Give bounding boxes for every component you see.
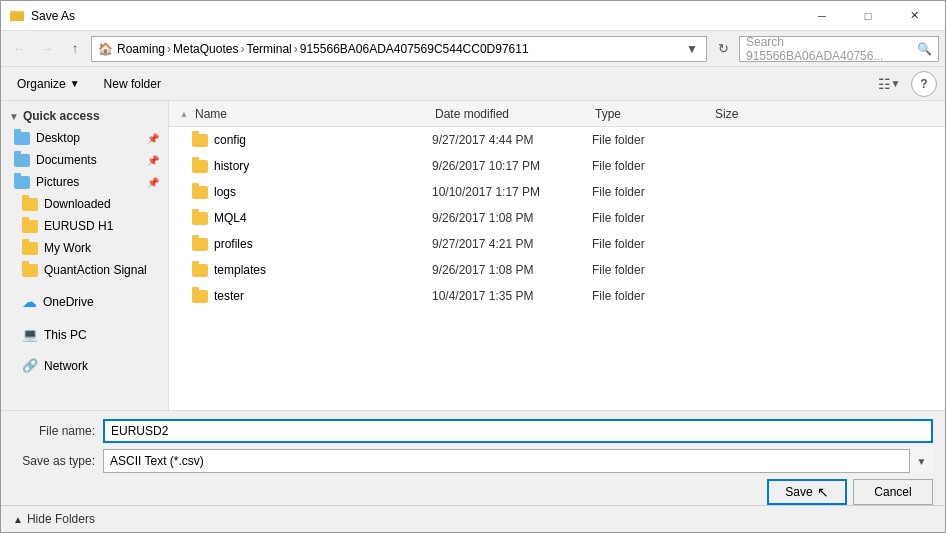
savetype-dropdown-button[interactable]: ▼ [909,449,933,473]
column-headers: ▲ Name Date modified Type Size [169,101,945,127]
col-header-name[interactable]: Name [191,101,431,126]
table-row[interactable]: config 9/27/2017 4:44 PM File folder [169,127,945,153]
mywork-folder-icon [22,242,38,255]
eurusd-folder-icon [22,220,38,233]
file-name-cell: MQL4 [192,211,432,225]
close-button[interactable]: ✕ [891,1,937,31]
file-name: MQL4 [214,211,247,225]
file-folder-icon [192,264,208,277]
quantaction-label: QuantAction Signal [44,263,147,277]
desktop-pin-icon: 📌 [147,133,159,144]
table-row[interactable]: MQL4 9/26/2017 1:08 PM File folder [169,205,945,231]
breadcrumb-sep-1: › [167,42,171,56]
table-row[interactable]: history 9/26/2017 10:17 PM File folder [169,153,945,179]
table-row[interactable]: logs 10/10/2017 1:17 PM File folder [169,179,945,205]
sidebar-item-quantaction[interactable]: QuantAction Signal [1,259,168,281]
sidebar-divider-1 [1,281,168,289]
sidebar-item-my-work[interactable]: My Work [1,237,168,259]
breadcrumb-id[interactable]: 915566BA06ADA407569C544CC0D97611 [300,42,529,56]
folder-tab [192,287,199,290]
back-button[interactable]: ← [7,37,31,61]
search-placeholder: Search 915566BA06ADA40756... [746,35,913,63]
sidebar-item-eurusd-h1[interactable]: EURUSD H1 [1,215,168,237]
title-text: Save As [31,9,799,23]
save-button[interactable]: Save ↖ [767,479,847,505]
thispc-label: This PC [44,328,87,342]
file-date: 9/26/2017 1:08 PM [432,263,592,277]
sidebar-item-network[interactable]: 🔗 Network [1,354,168,377]
file-type: File folder [592,237,712,251]
up-button[interactable]: ↑ [63,37,87,61]
sidebar-item-onedrive[interactable]: ☁ OneDrive [1,289,168,315]
breadcrumb-terminal[interactable]: Terminal [246,42,291,56]
table-row[interactable]: tester 10/4/2017 1:35 PM File folder [169,283,945,309]
forward-button[interactable]: → [35,37,59,61]
organize-label: Organize [17,77,66,91]
file-folder-icon [192,186,208,199]
savetype-row: Save as type: ASCII Text (*.csv) ▼ [13,449,933,473]
breadcrumb-metaquotes[interactable]: MetaQuotes [173,42,238,56]
file-date: 9/27/2017 4:44 PM [432,133,592,147]
file-folder-icon [192,134,208,147]
save-label: Save [785,485,812,499]
quick-access-header[interactable]: ▼ Quick access [1,105,168,127]
hide-folders-row[interactable]: ▲ Hide Folders [1,505,945,532]
file-folder-icon [192,290,208,303]
quantaction-folder-icon [22,264,38,277]
sidebar-divider-2 [1,315,168,323]
pictures-pin-icon: 📌 [147,177,159,188]
file-name-cell: profiles [192,237,432,251]
file-name-cell: logs [192,185,432,199]
file-name-cell: tester [192,289,432,303]
refresh-button[interactable]: ↻ [711,36,735,62]
title-icon [9,8,25,24]
filename-input[interactable] [103,419,933,443]
new-folder-button[interactable]: New folder [96,71,169,97]
bottom-area: File name: Save as type: ASCII Text (*.c… [1,410,945,532]
breadcrumb-roaming[interactable]: Roaming [117,42,165,56]
sidebar-item-thispc[interactable]: 💻 This PC [1,323,168,346]
col-header-type[interactable]: Type [591,101,711,126]
title-bar: Save As ─ □ ✕ [1,1,945,31]
file-date: 9/27/2017 4:21 PM [432,237,592,251]
main-content: ▼ Quick access Desktop 📌 Documents 📌 Pic… [1,101,945,410]
quick-access-label: Quick access [23,109,100,123]
minimize-button[interactable]: ─ [799,1,845,31]
file-name-cell: config [192,133,432,147]
address-dropdown-button[interactable]: ▼ [684,37,700,61]
col-header-date[interactable]: Date modified [431,101,591,126]
file-folder-icon [192,212,208,225]
table-row[interactable]: profiles 9/27/2017 4:21 PM File folder [169,231,945,257]
file-name: templates [214,263,266,277]
sidebar-item-downloaded[interactable]: Downloaded [1,193,168,215]
sidebar-item-pictures[interactable]: Pictures 📌 [1,171,168,193]
organize-button[interactable]: Organize ▼ [9,71,88,97]
file-name: tester [214,289,244,303]
folder-tab [192,131,199,134]
pictures-label: Pictures [36,175,79,189]
file-date: 9/26/2017 10:17 PM [432,159,592,173]
file-type: File folder [592,211,712,225]
help-button[interactable]: ? [911,71,937,97]
view-options-button[interactable]: ☷ ▼ [875,71,903,97]
sidebar-item-desktop[interactable]: Desktop 📌 [1,127,168,149]
search-box[interactable]: Search 915566BA06ADA40756... 🔍 [739,36,939,62]
savetype-label: Save as type: [13,454,103,468]
desktop-label: Desktop [36,131,80,145]
breadcrumb-sep-3: › [294,42,298,56]
folder-tab [192,183,199,186]
sidebar-item-documents[interactable]: Documents 📌 [1,149,168,171]
cancel-button[interactable]: Cancel [853,479,933,505]
view-dropdown-icon: ▼ [891,78,901,89]
maximize-button[interactable]: □ [845,1,891,31]
quick-access-chevron-icon: ▼ [9,111,19,122]
sidebar: ▼ Quick access Desktop 📌 Documents 📌 Pic… [1,101,169,410]
cancel-label: Cancel [874,485,911,499]
onedrive-label: OneDrive [43,295,94,309]
file-name: logs [214,185,236,199]
table-row[interactable]: templates 9/26/2017 1:08 PM File folder [169,257,945,283]
eurusd-label: EURUSD H1 [44,219,113,233]
savetype-select[interactable]: ASCII Text (*.csv) [103,449,933,473]
col-header-size[interactable]: Size [711,101,791,126]
file-area: ▲ Name Date modified Type Size config 9/… [169,101,945,410]
